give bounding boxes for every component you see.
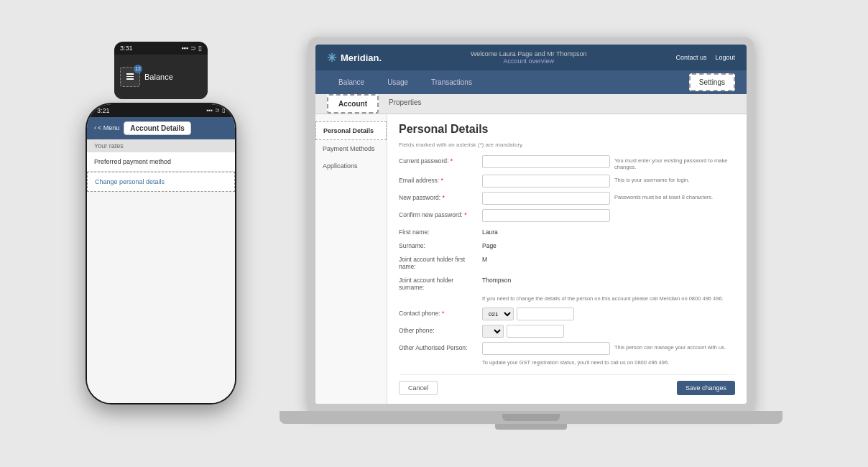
meridian-logo-icon: ✳ xyxy=(327,51,336,65)
email-input[interactable] xyxy=(482,175,610,188)
site-content: Personal Details Fields marked with an a… xyxy=(387,114,747,404)
logout-link[interactable]: Logout xyxy=(715,54,735,61)
contact-phone-inputs: 021 xyxy=(482,308,574,320)
other-phone-prefix-select[interactable] xyxy=(482,325,504,338)
phone-prefix-select[interactable]: 021 xyxy=(482,308,514,320)
first-name-label: First name: xyxy=(399,226,478,236)
phone-battery-icon: ▯ xyxy=(222,107,225,114)
wifi-icon: ⊃ xyxy=(190,45,196,52)
site-logo: ✳ Meridian. xyxy=(327,51,382,65)
contact-phone-input[interactable] xyxy=(517,308,574,320)
site-main: Personal Details Payment Methods Applica… xyxy=(315,114,747,404)
contact-phone-label: Contact phone: * xyxy=(399,308,478,317)
new-password-label: New password: * xyxy=(399,192,478,201)
laptop-base xyxy=(280,411,782,424)
joint-first-value: M xyxy=(482,254,487,263)
tab-balance[interactable]: Balance xyxy=(327,73,376,92)
signal-icon: ▪▪▪ xyxy=(181,45,188,52)
sidebar-item-personal-details[interactable]: Personal Details xyxy=(315,121,387,140)
small-device-status-bar: 3:31 ▪▪▪ ⊃ ▯ xyxy=(114,42,208,55)
confirm-password-label: Confirm new password: * xyxy=(399,209,478,218)
chevron-left-icon: ‹ xyxy=(94,124,96,131)
small-device-body: 12 Balance xyxy=(114,55,208,99)
small-device-icons: ▪▪▪ ⊃ ▯ xyxy=(181,45,202,52)
form-row-current-password: Current password: * You must enter your … xyxy=(399,155,735,170)
site-name: Meridian. xyxy=(341,52,382,63)
email-hint: This is your username for login. xyxy=(614,175,735,183)
phone-inner: 3:21 ▪▪▪ ⊃ ▯ ‹ < Menu Account Details Yo… xyxy=(87,104,235,403)
phone-status-bar: 3:21 ▪▪▪ ⊃ ▯ xyxy=(87,104,235,117)
cancel-button[interactable]: Cancel xyxy=(399,381,438,395)
subnav-properties[interactable]: Properties xyxy=(379,94,432,114)
phone-section: 3:31 ▪▪▪ ⊃ ▯ 12 Balance 3:21 ▪▪▪ xyxy=(86,42,236,404)
phone-back-label: < Menu xyxy=(98,124,119,131)
form-row-email: Email address: * This is your username f… xyxy=(399,175,735,188)
other-phone-input[interactable] xyxy=(507,325,564,338)
tab-usage[interactable]: Usage xyxy=(376,73,420,92)
laptop-section: ✳ Meridian. Welcome Laura Page and Mr Th… xyxy=(280,37,782,430)
sidebar-item-applications[interactable]: Applications xyxy=(315,157,387,175)
current-password-input[interactable] xyxy=(482,155,610,168)
new-password-hint: Passwords must be at least 8 characters. xyxy=(614,192,735,200)
authorised-person-hint: This person can manage your account with… xyxy=(614,342,735,351)
balance-label: Balance xyxy=(144,73,173,81)
current-password-hint: You must enter your existing password to… xyxy=(614,155,735,170)
laptop-screen: ✳ Meridian. Welcome Laura Page and Mr Th… xyxy=(308,37,754,411)
form-row-joint-surname: Joint account holder surname: Thompson xyxy=(399,274,735,291)
menu-lines-icon xyxy=(126,73,134,80)
small-device: 3:31 ▪▪▪ ⊃ ▯ 12 Balance xyxy=(114,42,208,99)
phone-back-button[interactable]: ‹ < Menu xyxy=(94,124,119,131)
sidebar-item-payment-methods[interactable]: Payment Methods xyxy=(315,140,387,157)
gst-note: To update your GST registration status, … xyxy=(399,359,735,366)
site-header-links: Contact us Logout xyxy=(675,54,735,61)
laptop-stand xyxy=(495,424,567,430)
phone-list-item-personal[interactable]: Change personal details xyxy=(87,172,235,192)
phone-status-icons: ▪▪▪ ⊃ ▯ xyxy=(206,107,225,114)
phone-nav: ‹ < Menu Account Details xyxy=(87,117,235,139)
form-row-joint-first: Joint account holder first name: M xyxy=(399,254,735,270)
menu-icon-badge[interactable]: 12 xyxy=(120,67,140,87)
notification-badge: 12 xyxy=(134,65,142,73)
joint-surname-value: Thompson xyxy=(482,274,511,284)
form-row-first-name: First name: Laura xyxy=(399,226,735,236)
confirm-password-input[interactable] xyxy=(482,209,610,222)
phone-time: 3:21 xyxy=(97,107,110,114)
site-header: ✳ Meridian. Welcome Laura Page and Mr Th… xyxy=(315,45,747,70)
current-password-label: Current password: * xyxy=(399,155,478,165)
save-button[interactable]: Save changes xyxy=(677,381,735,395)
tab-transactions[interactable]: Transactions xyxy=(420,73,484,92)
form-row-contact-phone: Contact phone: * 021 xyxy=(399,308,735,320)
site-nav-tabs: Balance Usage Transactions xyxy=(327,73,484,92)
phone-signal-icon: ▪▪▪ xyxy=(206,107,213,114)
laptop-notch xyxy=(502,414,560,421)
battery-icon: ▯ xyxy=(198,45,202,52)
site-nav: Balance Usage Transactions Settings xyxy=(315,70,747,94)
surname-label: Surname: xyxy=(399,240,478,249)
form-row-other-phone: Other phone: xyxy=(399,325,735,338)
form-row-surname: Surname: Page xyxy=(399,240,735,249)
small-device-time: 3:31 xyxy=(120,45,133,52)
surname-value: Page xyxy=(482,240,497,249)
email-label: Email address: * xyxy=(399,175,478,184)
laptop-display: ✳ Meridian. Welcome Laura Page and Mr Th… xyxy=(315,45,747,404)
page-title: Personal Details xyxy=(399,123,735,136)
site-header-greeting: Welcome Laura Page and Mr Thompson Accou… xyxy=(471,50,587,65)
new-password-input[interactable] xyxy=(482,192,610,205)
first-name-value: Laura xyxy=(482,226,498,236)
other-phone-label: Other phone: xyxy=(399,325,478,334)
phone-device: 3:21 ▪▪▪ ⊃ ▯ ‹ < Menu Account Details Yo… xyxy=(86,103,236,404)
joint-note: If you need to change the details of the… xyxy=(399,295,735,302)
form-actions: Cancel Save changes xyxy=(399,374,735,395)
phone-list-item-payment[interactable]: Preferred payment method xyxy=(87,152,235,172)
authorised-person-input[interactable] xyxy=(482,342,610,355)
tab-settings[interactable]: Settings xyxy=(689,73,735,91)
fields-note: Fields marked with an asterisk (*) are m… xyxy=(399,142,735,148)
confirm-password-hint xyxy=(614,209,735,211)
subnav-account[interactable]: Account xyxy=(327,94,379,114)
joint-first-label: Joint account holder first name: xyxy=(399,254,478,270)
contact-us-link[interactable]: Contact us xyxy=(675,54,706,61)
site-sidebar: Personal Details Payment Methods Applica… xyxy=(315,114,387,404)
account-overview-link[interactable]: Account overview xyxy=(471,57,587,65)
phone-section-label: Your rates xyxy=(87,139,235,152)
phone-content: Your rates Preferred payment method Chan… xyxy=(87,139,235,403)
